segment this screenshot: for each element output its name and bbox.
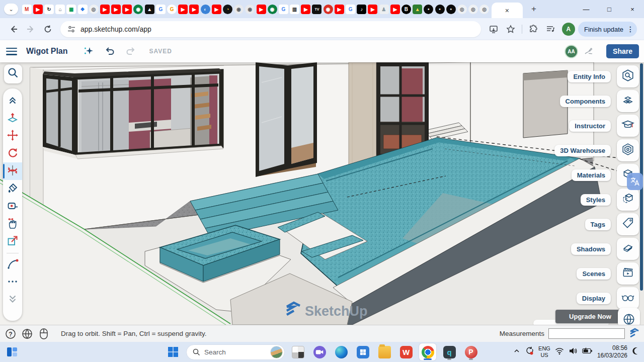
window-minimize-button[interactable]: — bbox=[575, 0, 598, 18]
language-panel-button[interactable] bbox=[618, 308, 640, 325]
redo-button[interactable] bbox=[123, 44, 138, 59]
window-maximize-button[interactable]: □ bbox=[598, 0, 621, 18]
share-button[interactable]: Share bbox=[606, 44, 639, 58]
tab-favicon-peacock[interactable]: ❖ bbox=[78, 5, 88, 14]
chrome-browser-button[interactable] bbox=[419, 343, 436, 360]
start-button[interactable] bbox=[165, 343, 182, 360]
help-icon[interactable]: ? bbox=[4, 327, 17, 340]
ai-sparkle-icon[interactable] bbox=[81, 44, 96, 59]
tape-measure-tool-button[interactable] bbox=[3, 198, 22, 215]
collapse-bottom-button[interactable] bbox=[3, 291, 22, 309]
tab-favicon-gmail[interactable]: M bbox=[22, 5, 32, 14]
install-app-icon[interactable] bbox=[486, 22, 501, 37]
collapse-tools-button[interactable] bbox=[3, 92, 22, 110]
tab-favicon-gray-badge[interactable]: ◉ bbox=[234, 5, 244, 14]
file-explorer-button[interactable] bbox=[376, 343, 393, 360]
arc-tool-button[interactable] bbox=[3, 256, 22, 274]
scale-tool-button[interactable] bbox=[3, 233, 22, 250]
tray-chevron-icon[interactable] bbox=[513, 347, 520, 356]
more-tools-button[interactable] bbox=[3, 274, 22, 291]
signature-pencil-icon[interactable] bbox=[581, 44, 596, 59]
tab-favicon-gray-statue[interactable]: ♟ bbox=[379, 5, 389, 14]
tab-favicon-youtube[interactable]: ▶ bbox=[212, 5, 221, 14]
tab-close-icon[interactable]: × bbox=[505, 7, 509, 15]
profile-avatar[interactable]: A bbox=[562, 23, 575, 36]
tab-favicon-youtube[interactable]: ▶ bbox=[257, 5, 266, 14]
tab-favicon-building[interactable]: ⌂ bbox=[55, 5, 65, 14]
widgets-button[interactable] bbox=[6, 346, 18, 360]
reading-list-icon[interactable] bbox=[543, 22, 558, 37]
tab-favicon-green-badge[interactable]: ◉ bbox=[133, 5, 143, 14]
tab-favicon-green-photo[interactable]: ▲ bbox=[413, 5, 422, 14]
translate-overlay-icon[interactable] bbox=[627, 173, 643, 190]
tab-favicon-orange-g[interactable]: G bbox=[167, 5, 177, 14]
tab-favicon-youtube[interactable]: ▶ bbox=[178, 5, 188, 14]
tab-favicon-tv[interactable]: TV bbox=[312, 5, 321, 14]
site-info-icon[interactable] bbox=[67, 25, 75, 33]
tab-favicon-blue-sphere[interactable]: ◐ bbox=[201, 5, 210, 14]
tab-favicon-youtube[interactable]: ▶ bbox=[390, 5, 400, 14]
tab-favicon-google[interactable]: G bbox=[346, 5, 355, 14]
tab-favicon-globe-gray[interactable]: ◎ bbox=[468, 5, 478, 14]
user-avatar[interactable]: AA bbox=[565, 45, 578, 58]
q-app-button[interactable]: q bbox=[441, 343, 458, 360]
panel-button-components[interactable] bbox=[617, 90, 639, 112]
tab-favicon-youtube[interactable]: ▶ bbox=[335, 5, 344, 14]
panel-button-instructor[interactable] bbox=[617, 115, 639, 137]
edge-browser-button[interactable] bbox=[333, 343, 350, 360]
tab-favicon-red-badge[interactable]: ◉ bbox=[324, 5, 333, 14]
panel-button-shadows[interactable] bbox=[617, 238, 639, 260]
new-tab-button[interactable]: + bbox=[527, 2, 541, 16]
panel-button-tags[interactable] bbox=[617, 213, 639, 235]
search-highlight-thumbnail[interactable] bbox=[270, 346, 283, 358]
reload-button[interactable] bbox=[40, 22, 55, 37]
tab-favicon-youtube[interactable]: ▶ bbox=[301, 5, 310, 14]
tab-favicon-tiktok[interactable]: ♪ bbox=[357, 5, 366, 14]
tab-favicon-youtube[interactable]: ▶ bbox=[122, 5, 132, 14]
undo-button[interactable] bbox=[102, 44, 117, 59]
panel-button-scenes[interactable] bbox=[617, 262, 639, 285]
wifi-icon[interactable] bbox=[555, 347, 564, 357]
3d-viewport[interactable]: SketchUp Entity Info Components Instruct… bbox=[0, 62, 644, 325]
desktop-preview-button[interactable] bbox=[289, 343, 306, 360]
meeting-app-button[interactable] bbox=[311, 343, 328, 360]
wps-office-button[interactable]: W bbox=[397, 343, 415, 360]
microsoft-store-button[interactable] bbox=[354, 343, 371, 360]
clock[interactable]: 08:56 16/03/2026 bbox=[597, 344, 627, 359]
tab-favicon-green-badge[interactable]: ◉ bbox=[268, 5, 277, 14]
omnibox[interactable]: app.sketchup.com/app bbox=[60, 21, 481, 37]
tab-favicon-youtube[interactable]: ▶ bbox=[189, 5, 199, 14]
window-close-button[interactable]: × bbox=[621, 0, 644, 18]
tab-favicon-black-b[interactable]: B bbox=[401, 5, 411, 14]
night-mode-moon-icon[interactable] bbox=[632, 347, 640, 357]
active-tab[interactable]: × bbox=[492, 3, 523, 18]
tab-favicon-sheets[interactable]: ▦ bbox=[66, 5, 76, 14]
p-app-button[interactable]: P bbox=[462, 343, 479, 360]
push-pull-tool-button[interactable] bbox=[3, 110, 22, 127]
tab-favicon-black-dot[interactable]: • bbox=[435, 5, 445, 14]
tab-favicon-youtube[interactable]: ▶ bbox=[368, 5, 377, 14]
bookmark-star-icon[interactable] bbox=[503, 22, 518, 37]
language-indicator[interactable]: ENG US bbox=[538, 345, 550, 358]
battery-icon[interactable] bbox=[582, 347, 593, 356]
back-button[interactable] bbox=[6, 22, 21, 37]
volume-icon[interactable] bbox=[569, 347, 578, 357]
taskbar-search[interactable]: Search bbox=[186, 344, 285, 360]
orbit-tool-button[interactable] bbox=[3, 162, 22, 180]
tab-search-chevron-icon[interactable]: ⌄ bbox=[4, 4, 18, 15]
paint-bucket-tool-button[interactable] bbox=[3, 180, 22, 198]
tab-favicon-youtube[interactable]: ▶ bbox=[33, 5, 43, 14]
document-title[interactable]: Wigot Plan bbox=[26, 47, 68, 56]
tab-favicon-google[interactable]: G bbox=[279, 5, 288, 14]
sync-tray-icon[interactable] bbox=[525, 346, 534, 357]
move-tool-button[interactable] bbox=[3, 127, 22, 145]
panel-button-entity[interactable] bbox=[617, 65, 639, 87]
search-tool-button[interactable] bbox=[4, 64, 22, 83]
rotate-tool-button[interactable] bbox=[3, 145, 22, 162]
tab-favicon-globe-gray[interactable]: ◎ bbox=[457, 5, 467, 14]
panel-button-display[interactable] bbox=[617, 287, 639, 309]
tab-favicon-gray-badge[interactable]: ◉ bbox=[245, 5, 255, 14]
forward-button[interactable] bbox=[23, 22, 38, 37]
panel-button-warehouse[interactable] bbox=[617, 139, 639, 161]
main-menu-button[interactable] bbox=[6, 48, 17, 55]
